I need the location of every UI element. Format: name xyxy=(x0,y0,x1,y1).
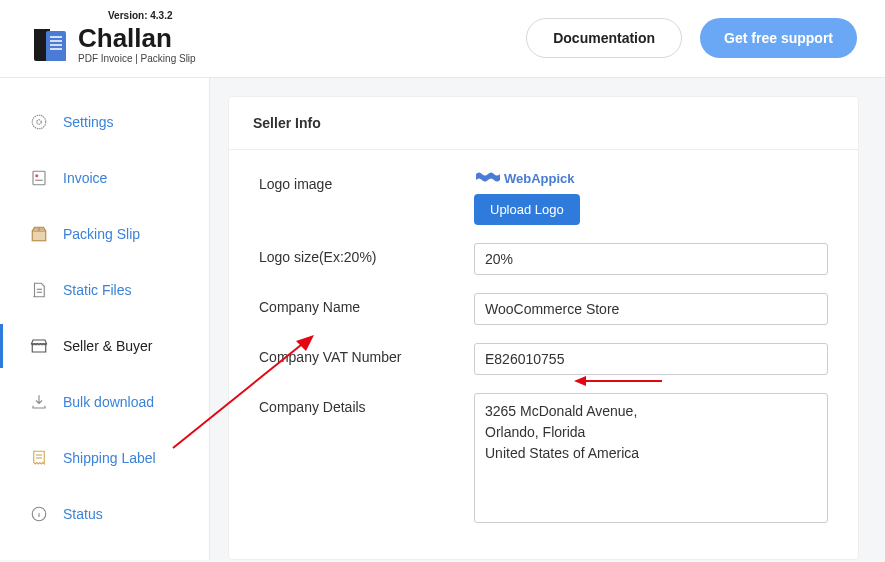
webappick-logo-icon xyxy=(474,170,502,186)
company-vat-row: Company VAT Number xyxy=(259,343,828,375)
app-body: Settings Invoice Packing Slip Static Fil… xyxy=(0,78,885,560)
panel-body: Logo image WebAppick Upload Logo Logo si… xyxy=(229,150,858,560)
sidebar-item-shipping-label[interactable]: Shipping Label xyxy=(0,436,209,480)
brand-block: Version: 4.3.2 Challan PDF Invoice | Pac… xyxy=(28,10,196,65)
sidebar-item-label: Settings xyxy=(63,114,114,130)
svg-point-5 xyxy=(32,115,46,129)
company-name-row: Company Name xyxy=(259,293,828,325)
svg-point-8 xyxy=(35,174,38,177)
get-support-button[interactable]: Get free support xyxy=(700,18,857,58)
company-vat-label: Company VAT Number xyxy=(259,343,474,365)
sidebar-item-label: Packing Slip xyxy=(63,226,140,242)
file-icon xyxy=(29,280,49,300)
brand-name: Challan xyxy=(78,25,196,51)
logo-image-row: Logo image WebAppick Upload Logo xyxy=(259,170,828,225)
logo-size-row: Logo size(Ex:20%) xyxy=(259,243,828,275)
company-details-label: Company Details xyxy=(259,393,474,415)
svg-rect-0 xyxy=(46,31,66,61)
main-content: Seller Info Logo image WebAppick Upload … xyxy=(210,78,885,560)
svg-rect-10 xyxy=(32,231,46,241)
upload-logo-button[interactable]: Upload Logo xyxy=(474,194,580,225)
seller-info-panel: Seller Info Logo image WebAppick Upload … xyxy=(228,96,859,560)
brand-subtitle: PDF Invoice | Packing Slip xyxy=(78,53,196,64)
svg-rect-7 xyxy=(33,171,45,185)
gear-icon xyxy=(29,112,49,132)
company-details-row: Company Details xyxy=(259,393,828,527)
sidebar-item-label: Status xyxy=(63,506,103,522)
sidebar-item-static-files[interactable]: Static Files xyxy=(0,268,209,312)
download-icon xyxy=(29,392,49,412)
panel-title: Seller Info xyxy=(253,115,834,131)
sidebar-item-settings[interactable]: Settings xyxy=(0,100,209,144)
sidebar-item-label: Static Files xyxy=(63,282,131,298)
sidebar-item-label: Invoice xyxy=(63,170,107,186)
sidebar: Settings Invoice Packing Slip Static Fil… xyxy=(0,78,210,560)
documentation-button[interactable]: Documentation xyxy=(526,18,682,58)
logo-preview: WebAppick xyxy=(474,170,828,186)
brand-text: Challan PDF Invoice | Packing Slip xyxy=(78,25,196,64)
company-name-input[interactable] xyxy=(474,293,828,325)
logo-size-input[interactable] xyxy=(474,243,828,275)
logo-preview-text: WebAppick xyxy=(504,171,575,186)
version-label: Version: 4.3.2 xyxy=(108,10,196,21)
invoice-icon xyxy=(29,168,49,188)
svg-point-6 xyxy=(37,120,42,125)
sidebar-item-label: Seller & Buyer xyxy=(63,338,152,354)
company-name-label: Company Name xyxy=(259,293,474,315)
sidebar-item-bulk-download[interactable]: Bulk download xyxy=(0,380,209,424)
sidebar-item-packing-slip[interactable]: Packing Slip xyxy=(0,212,209,256)
challan-logo-icon xyxy=(28,23,70,65)
info-icon xyxy=(29,504,49,524)
logo-image-label: Logo image xyxy=(259,170,474,192)
sidebar-item-seller-buyer[interactable]: Seller & Buyer xyxy=(0,324,209,368)
sidebar-item-label: Bulk download xyxy=(63,394,154,410)
logo-image-control: WebAppick Upload Logo xyxy=(474,170,828,225)
panel-header: Seller Info xyxy=(229,97,858,150)
storefront-icon xyxy=(29,336,49,356)
company-vat-input[interactable] xyxy=(474,343,828,375)
sidebar-item-status[interactable]: Status xyxy=(0,492,209,536)
sidebar-item-invoice[interactable]: Invoice xyxy=(0,156,209,200)
app-header: Version: 4.3.2 Challan PDF Invoice | Pac… xyxy=(0,0,885,78)
logo-size-label: Logo size(Ex:20%) xyxy=(259,243,474,265)
receipt-icon xyxy=(29,448,49,468)
brand: Challan PDF Invoice | Packing Slip xyxy=(28,23,196,65)
sidebar-item-label: Shipping Label xyxy=(63,450,156,466)
box-icon xyxy=(29,224,49,244)
company-details-textarea[interactable] xyxy=(474,393,828,523)
